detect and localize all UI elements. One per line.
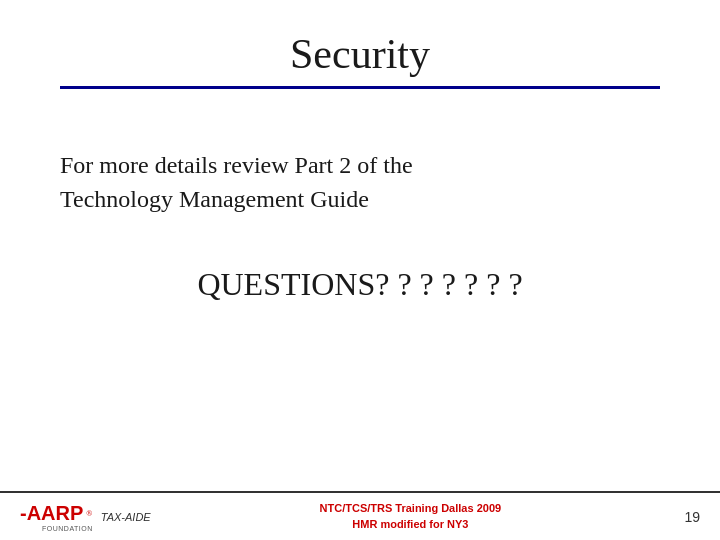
header-section: Security <box>0 0 720 119</box>
aarp-logo-container: -AARP ® FOUNDATION <box>20 502 93 532</box>
page-number: 19 <box>670 509 700 525</box>
footer: -AARP ® FOUNDATION TAX-AIDE NTC/TCS/TRS … <box>0 491 720 540</box>
footer-left: -AARP ® FOUNDATION TAX-AIDE <box>20 502 151 532</box>
content-section: For more details review Part 2 of the Te… <box>0 119 720 540</box>
training-line2: HMR modified for NY3 <box>352 518 468 530</box>
footer-center: NTC/TCS/TRS Training Dallas 2009 HMR mod… <box>171 501 650 532</box>
slide: Security For more details review Part 2 … <box>0 0 720 540</box>
foundation-label: FOUNDATION <box>42 525 93 532</box>
questions-text: QUESTIONS? ? ? ? ? ? ? <box>60 266 660 303</box>
footer-training-text: NTC/TCS/TRS Training Dallas 2009 HMR mod… <box>171 501 650 532</box>
aarp-logo: -AARP ® <box>20 502 92 525</box>
tax-aide-label: TAX-AIDE <box>101 511 151 523</box>
body-line2: Technology Management Guide <box>60 186 369 212</box>
aarp-dash-text: -AARP <box>20 502 83 525</box>
body-line1: For more details review Part 2 of the <box>60 152 413 178</box>
title-underline <box>60 86 660 89</box>
slide-title: Security <box>60 30 660 78</box>
registered-icon: ® <box>86 509 92 518</box>
body-text: For more details review Part 2 of the Te… <box>60 149 660 216</box>
training-line1: NTC/TCS/TRS Training Dallas 2009 <box>320 502 502 514</box>
